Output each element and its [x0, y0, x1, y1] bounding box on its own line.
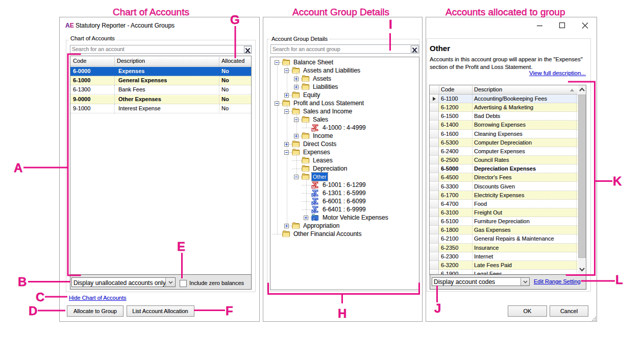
svg-text:I: I — [389, 17, 392, 31]
svg-text:G: G — [230, 13, 240, 27]
svg-text:Chart of Accounts: Chart of Accounts — [113, 7, 189, 17]
svg-text:Accounts allocated to group: Accounts allocated to group — [445, 7, 565, 17]
svg-text:C: C — [36, 290, 44, 304]
svg-text:J: J — [434, 301, 441, 315]
svg-text:E: E — [177, 240, 185, 253]
svg-text:L: L — [615, 273, 623, 287]
svg-text:A: A — [14, 161, 22, 175]
svg-text:D: D — [29, 304, 37, 318]
svg-text:F: F — [226, 304, 233, 318]
svg-text:B: B — [18, 275, 27, 289]
svg-text:K: K — [613, 174, 622, 188]
svg-text:Account Group Details: Account Group Details — [292, 7, 389, 17]
svg-text:H: H — [338, 306, 346, 320]
